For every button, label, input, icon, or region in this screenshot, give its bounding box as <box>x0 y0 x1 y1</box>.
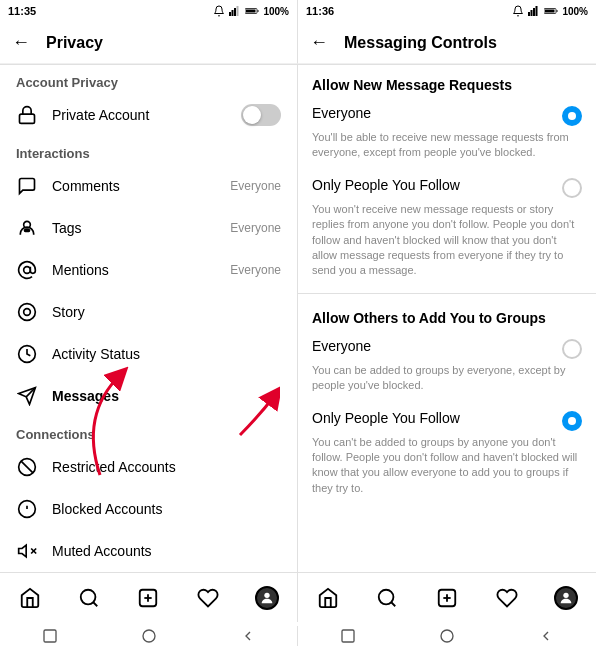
right-time: 11:36 <box>306 5 334 17</box>
activity-icon <box>16 343 38 365</box>
android-square-btn[interactable] <box>40 626 60 646</box>
mentions-label: Mentions <box>52 262 109 278</box>
svg-rect-14 <box>20 114 35 123</box>
home-icon-right[interactable] <box>310 580 346 616</box>
blocked-icon <box>16 498 38 520</box>
right-status-icons: 100% <box>512 5 588 17</box>
tags-label: Tags <box>52 220 82 236</box>
msg-section-new-requests: Allow New Message Requests <box>298 65 596 99</box>
android-back-btn-right[interactable] <box>536 626 556 646</box>
grp-follow-desc: You can't be added to groups by anyone y… <box>298 433 596 507</box>
left-panel-title: Privacy <box>46 34 103 52</box>
android-circle-btn-right[interactable] <box>437 626 457 646</box>
right-bottom-nav <box>298 573 596 622</box>
android-back-btn[interactable] <box>238 626 258 646</box>
section-interactions: Interactions <box>0 136 297 165</box>
svg-line-40 <box>392 602 396 606</box>
menu-item-activity-status[interactable]: Activity Status <box>0 333 297 375</box>
grp-option-follow[interactable]: Only People You Follow <box>298 404 596 433</box>
svg-rect-3 <box>237 6 239 16</box>
svg-point-18 <box>19 304 36 321</box>
blocked-label: Blocked Accounts <box>52 501 163 517</box>
at-icon <box>16 259 38 281</box>
muted-label: Muted Accounts <box>52 543 152 559</box>
svg-rect-47 <box>342 630 354 642</box>
android-square-btn-right[interactable] <box>338 626 358 646</box>
grp-everyone-label: Everyone <box>312 338 554 354</box>
left-time: 11:35 <box>8 5 36 17</box>
svg-rect-12 <box>545 10 555 13</box>
svg-point-38 <box>265 592 270 597</box>
menu-item-muted[interactable]: Muted Accounts <box>0 530 297 572</box>
svg-rect-6 <box>258 10 259 12</box>
search-nav-icon-right[interactable] <box>369 580 405 616</box>
msg-everyone-radio[interactable] <box>562 106 582 126</box>
comments-label: Comments <box>52 178 120 194</box>
svg-rect-9 <box>533 8 535 16</box>
menu-item-story[interactable]: Story <box>0 291 297 333</box>
restricted-icon <box>16 456 38 478</box>
svg-rect-2 <box>234 8 236 16</box>
svg-point-46 <box>143 630 155 642</box>
section-account-privacy: Account Privacy <box>0 65 297 94</box>
menu-item-mentions[interactable]: Mentions Everyone <box>0 249 297 291</box>
svg-rect-16 <box>25 230 30 232</box>
profile-icon[interactable] <box>249 580 285 616</box>
msg-option-follow[interactable]: Only People You Follow <box>298 171 596 200</box>
left-bottom-nav <box>0 573 298 622</box>
messages-label: Messages <box>52 388 119 404</box>
svg-rect-8 <box>531 10 533 16</box>
heart-icon[interactable] <box>190 580 226 616</box>
msg-everyone-desc: You'll be able to receive new message re… <box>298 128 596 171</box>
right-panel-title: Messaging Controls <box>344 34 497 52</box>
right-back-arrow[interactable]: ← <box>310 32 328 53</box>
private-account-toggle[interactable] <box>241 104 281 126</box>
private-account-label: Private Account <box>52 107 149 123</box>
left-back-arrow[interactable]: ← <box>12 32 30 53</box>
tags-value: Everyone <box>230 221 281 235</box>
grp-option-everyone[interactable]: Everyone <box>298 332 596 361</box>
msg-follow-radio[interactable] <box>562 178 582 198</box>
add-icon[interactable] <box>130 580 166 616</box>
android-circle-btn[interactable] <box>139 626 159 646</box>
menu-item-messages[interactable]: Messages <box>0 375 297 417</box>
android-navigation <box>0 622 596 650</box>
svg-point-39 <box>379 589 394 604</box>
story-label: Story <box>52 304 85 320</box>
svg-rect-7 <box>528 12 530 16</box>
activity-status-label: Activity Status <box>52 346 140 362</box>
svg-point-33 <box>81 589 96 604</box>
menu-item-comments[interactable]: Comments Everyone <box>0 165 297 207</box>
msg-everyone-label: Everyone <box>312 105 554 121</box>
svg-point-44 <box>564 592 569 597</box>
grp-everyone-desc: You can be added to groups by everyone, … <box>298 361 596 404</box>
svg-marker-28 <box>19 545 27 557</box>
restricted-label: Restricted Accounts <box>52 459 176 475</box>
svg-line-24 <box>21 461 33 473</box>
menu-item-private-account[interactable]: Private Account <box>0 94 297 136</box>
muted-icon <box>16 540 38 562</box>
svg-point-19 <box>24 309 31 316</box>
menu-item-restricted[interactable]: Restricted Accounts <box>0 446 297 488</box>
svg-rect-1 <box>232 10 234 16</box>
grp-follow-radio[interactable] <box>562 411 582 431</box>
comment-icon <box>16 175 38 197</box>
add-icon-right[interactable] <box>429 580 465 616</box>
grp-everyone-radio[interactable] <box>562 339 582 359</box>
msg-option-everyone[interactable]: Everyone <box>298 99 596 128</box>
lock-icon <box>16 104 38 126</box>
home-icon[interactable] <box>12 580 48 616</box>
menu-item-tags[interactable]: Tags Everyone <box>0 207 297 249</box>
message-icon <box>16 385 38 407</box>
svg-rect-0 <box>229 12 231 16</box>
search-nav-icon[interactable] <box>71 580 107 616</box>
grp-follow-label: Only People You Follow <box>312 410 554 426</box>
menu-item-blocked[interactable]: Blocked Accounts <box>0 488 297 530</box>
mentions-value: Everyone <box>230 263 281 277</box>
left-status-icons: 100% <box>213 5 289 17</box>
profile-icon-right[interactable] <box>548 580 584 616</box>
svg-line-34 <box>93 602 97 606</box>
svg-point-17 <box>24 267 31 274</box>
heart-icon-right[interactable] <box>489 580 525 616</box>
tag-icon <box>16 217 38 239</box>
